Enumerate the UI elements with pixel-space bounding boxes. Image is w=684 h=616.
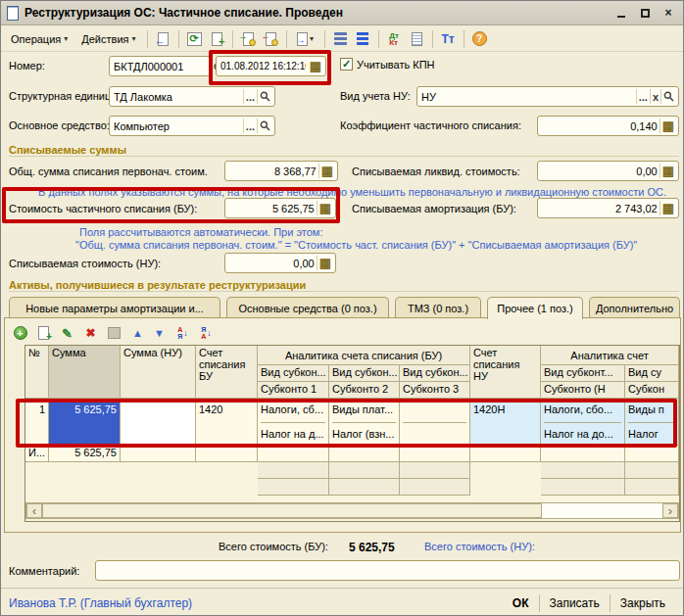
operation-menu[interactable]: Операция ▾ bbox=[5, 30, 73, 48]
move-down-button[interactable]: ▼ bbox=[150, 324, 169, 342]
delete-row-button[interactable]: ✖ bbox=[81, 324, 100, 342]
coefficient-field[interactable]: ▦ bbox=[537, 116, 679, 136]
nu-kind-input[interactable] bbox=[419, 91, 636, 103]
totals-row-label[interactable]: И... bbox=[25, 446, 49, 462]
totals-row-sum[interactable]: 5 625,75 bbox=[49, 446, 121, 462]
col-header-num[interactable]: № bbox=[25, 346, 49, 399]
select-button[interactable]: ... bbox=[636, 89, 650, 104]
amortization-bu-input[interactable] bbox=[540, 203, 660, 214]
col-header-bu-kind-2[interactable]: Вид субкон... bbox=[329, 365, 400, 382]
row-cell-num[interactable]: 1 bbox=[25, 399, 49, 446]
close-form-button[interactable]: Закрыть bbox=[610, 594, 675, 612]
end-edit-button[interactable] bbox=[105, 324, 123, 342]
show-postings-button[interactable]: Дт Кт bbox=[384, 29, 405, 49]
coefficient-input[interactable] bbox=[540, 120, 660, 132]
sort-descending-button[interactable]: ЯА ↓ bbox=[197, 324, 216, 342]
move-up-button[interactable]: ▲ bbox=[128, 324, 147, 342]
structural-unit-input[interactable] bbox=[112, 91, 243, 103]
help-button[interactable]: ? bbox=[469, 29, 490, 49]
col-header-account-nu[interactable]: Счет списания НУ bbox=[470, 346, 541, 399]
minimize-button[interactable] bbox=[614, 6, 628, 20]
comment-field[interactable] bbox=[95, 560, 680, 581]
row-cell-bu-analytics-3[interactable] bbox=[400, 399, 470, 446]
calculator-icon[interactable]: ▦ bbox=[317, 201, 333, 215]
total-nu-label[interactable]: Всего стоимость (НУ): bbox=[424, 541, 535, 552]
horizontal-scrollbar[interactable]: ‹ › bbox=[25, 502, 679, 519]
outcome-document-button[interactable]: ← bbox=[261, 29, 281, 49]
calculator-icon[interactable]: ▦ bbox=[660, 201, 676, 215]
col-header-sum-nu[interactable]: Сумма (НУ) bbox=[121, 346, 196, 399]
date-field[interactable]: ▦ bbox=[216, 56, 326, 76]
structure-button[interactable] bbox=[330, 29, 351, 49]
partial-bu-field[interactable]: ▦ bbox=[224, 198, 336, 218]
number-field[interactable] bbox=[109, 56, 211, 76]
nu-value-input[interactable] bbox=[227, 258, 317, 269]
copy-document-button[interactable]: + bbox=[207, 29, 227, 49]
col-header-bu-kind-1[interactable]: Вид субкон... bbox=[258, 365, 329, 382]
calendar-icon[interactable]: ▦ bbox=[308, 59, 323, 73]
go-to-button[interactable]: → ▾ bbox=[292, 29, 319, 49]
magnifier-icon[interactable] bbox=[660, 89, 676, 104]
amortization-bu-field[interactable]: ▦ bbox=[537, 198, 679, 218]
gross-sum-input[interactable] bbox=[227, 166, 318, 177]
calculator-icon[interactable]: ▦ bbox=[318, 164, 335, 178]
row-cell-sum-nu[interactable] bbox=[121, 399, 196, 446]
col-group-analytics-bu[interactable]: Аналитика счета списания (БУ) bbox=[258, 346, 470, 365]
write-button[interactable]: Записать bbox=[539, 594, 610, 612]
copy-row-button[interactable]: + bbox=[34, 324, 53, 342]
row-cell-nu-analytics-2[interactable]: Виды п Налог bbox=[625, 399, 679, 446]
col-header-bu-sub-1[interactable]: Субконто 1 bbox=[258, 382, 329, 399]
row-cell-nu-analytics-1[interactable]: Налоги, сбо... Налог на до... bbox=[541, 399, 625, 446]
col-header-nu-kind-1[interactable]: Вид субконт... bbox=[541, 365, 625, 382]
col-header-nu-sub-1[interactable]: Субконто (Н bbox=[541, 382, 625, 399]
font-settings-button[interactable]: Тт bbox=[438, 29, 459, 49]
scrollbar-thumb[interactable] bbox=[42, 503, 542, 518]
title-bar[interactable]: Реструктуризация ОС: Частичное списание.… bbox=[1, 1, 683, 25]
col-group-analytics-nu[interactable]: Аналитика счет bbox=[541, 346, 679, 365]
clear-button[interactable]: x bbox=[650, 89, 660, 104]
close-button[interactable]: × bbox=[661, 6, 675, 20]
row-cell-account-bu[interactable]: 1420 bbox=[196, 399, 258, 446]
calculator-icon[interactable]: ▦ bbox=[317, 256, 333, 270]
row-cell-account-nu[interactable]: 1420Н bbox=[470, 399, 541, 446]
magnifier-icon[interactable] bbox=[257, 118, 272, 133]
row-cell-bu-analytics-2[interactable]: Виды плат... Налог (взн... bbox=[329, 399, 400, 446]
row-cell-sum-selected[interactable]: 5 625,75 bbox=[49, 399, 121, 446]
edit-row-button[interactable]: ✎ bbox=[58, 324, 76, 342]
document-journal-button[interactable] bbox=[407, 29, 427, 49]
actions-menu[interactable]: Действия ▾ bbox=[75, 30, 141, 48]
row-cell-bu-analytics-1[interactable]: Налоги, сб... Налог на д... bbox=[258, 399, 329, 446]
col-header-bu-kind-3[interactable]: Вид субкон... bbox=[400, 365, 470, 382]
select-button[interactable]: ... bbox=[243, 89, 257, 104]
col-header-nu-sub-2[interactable]: Субкон bbox=[625, 382, 679, 399]
set-flags-button[interactable] bbox=[353, 29, 373, 49]
liquidation-value-field[interactable]: ▦ bbox=[537, 161, 679, 181]
liquidation-value-input[interactable] bbox=[540, 166, 660, 177]
fixed-asset-input[interactable] bbox=[112, 120, 243, 132]
sort-ascending-button[interactable]: АЯ ↓ bbox=[173, 324, 192, 342]
kpn-checkbox[interactable]: ✓ Учитывать КПН bbox=[340, 58, 435, 71]
checkmark-icon[interactable]: ✓ bbox=[340, 58, 353, 71]
post-document-button[interactable]: ⟳ bbox=[184, 29, 205, 49]
col-header-sum[interactable]: Сумма bbox=[49, 346, 121, 399]
nu-kind-field[interactable]: ... x bbox=[416, 86, 679, 107]
structural-unit-field[interactable]: ... bbox=[109, 86, 275, 107]
date-input[interactable] bbox=[219, 61, 308, 71]
calculator-icon[interactable]: ▦ bbox=[660, 164, 676, 178]
tab-fixed-assets[interactable]: Основные средства (0 поз.) bbox=[226, 297, 389, 318]
gross-sum-field[interactable]: ▦ bbox=[224, 161, 338, 181]
tab-new-amortization-params[interactable]: Новые параметры амортизации и... bbox=[9, 297, 220, 318]
income-document-button[interactable]: → bbox=[238, 29, 259, 49]
scroll-left-button[interactable]: ‹ bbox=[26, 503, 42, 518]
number-input[interactable] bbox=[112, 61, 208, 72]
save-document-button[interactable]: ← bbox=[153, 29, 173, 49]
tab-other[interactable]: Прочее (1 поз.) bbox=[487, 297, 583, 319]
fixed-asset-field[interactable]: ... bbox=[109, 116, 275, 136]
ok-button[interactable]: ОК bbox=[503, 594, 539, 612]
partial-bu-input[interactable] bbox=[227, 203, 317, 214]
magnifier-icon[interactable] bbox=[257, 89, 272, 104]
calculator-icon[interactable]: ▦ bbox=[660, 118, 676, 133]
tab-tmz[interactable]: ТМЗ (0 поз.) bbox=[395, 297, 481, 318]
nu-value-field[interactable]: ▦ bbox=[224, 253, 336, 273]
col-header-bu-sub-3[interactable]: Субконто 3 bbox=[400, 382, 470, 399]
